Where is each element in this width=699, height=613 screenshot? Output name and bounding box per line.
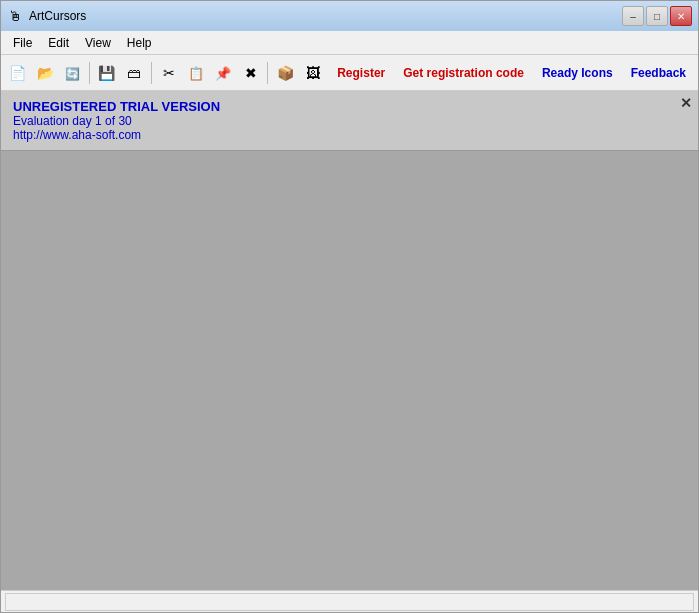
menu-file[interactable]: File [5, 32, 40, 54]
cut-button[interactable] [156, 60, 181, 86]
feedback-link[interactable]: Feedback [623, 64, 694, 82]
trial-panel: ✕ UNREGISTERED TRIAL VERSION Evaluation … [1, 91, 698, 151]
open-icon [37, 65, 54, 81]
ready-icons-link[interactable]: Ready Icons [534, 64, 621, 82]
trial-title: UNREGISTERED TRIAL VERSION [13, 99, 686, 114]
export-icon [306, 65, 320, 81]
trial-url[interactable]: http://www.aha-soft.com [13, 128, 141, 142]
import-button[interactable] [272, 60, 297, 86]
register-link[interactable]: Register [329, 64, 393, 82]
import-icon [277, 65, 294, 81]
title-bar: 🖱 ArtCursors – □ ✕ [1, 1, 698, 31]
save-icon [98, 65, 115, 81]
open-button[interactable] [32, 60, 57, 86]
paste-button[interactable] [211, 60, 236, 86]
main-window: 🖱 ArtCursors – □ ✕ File Edit View Help R… [0, 0, 699, 613]
scan-button[interactable] [60, 60, 85, 86]
menu-view[interactable]: View [77, 32, 119, 54]
maximize-button[interactable]: □ [646, 6, 668, 26]
status-bar [1, 590, 698, 612]
saveall-button[interactable] [122, 60, 147, 86]
get-code-link[interactable]: Get registration code [395, 64, 532, 82]
toolbar: Register Get registration code Ready Ico… [1, 55, 698, 91]
delete-button[interactable] [238, 60, 263, 86]
toolbar-sep-1 [89, 62, 90, 84]
copy-icon [188, 65, 204, 81]
scan-icon [65, 65, 80, 81]
menu-edit[interactable]: Edit [40, 32, 77, 54]
minimize-button[interactable]: – [622, 6, 644, 26]
close-trial-button[interactable]: ✕ [680, 95, 692, 111]
trial-evaluation: Evaluation day 1 of 30 [13, 114, 686, 128]
saveall-icon [127, 65, 141, 81]
paste-icon [215, 65, 231, 81]
main-content: ✕ UNREGISTERED TRIAL VERSION Evaluation … [1, 91, 698, 590]
new-button[interactable] [5, 60, 30, 86]
status-panel [5, 593, 694, 611]
delete-icon [245, 65, 257, 81]
close-button[interactable]: ✕ [670, 6, 692, 26]
save-button[interactable] [94, 60, 119, 86]
toolbar-sep-3 [267, 62, 268, 84]
export-button[interactable] [300, 60, 325, 86]
menu-help[interactable]: Help [119, 32, 160, 54]
new-icon [9, 65, 26, 81]
window-title: ArtCursors [29, 9, 622, 23]
toolbar-sep-2 [151, 62, 152, 84]
title-bar-buttons: – □ ✕ [622, 6, 692, 26]
copy-button[interactable] [183, 60, 208, 86]
menu-bar: File Edit View Help [1, 31, 698, 55]
cut-icon [163, 65, 175, 81]
app-icon: 🖱 [7, 8, 23, 24]
